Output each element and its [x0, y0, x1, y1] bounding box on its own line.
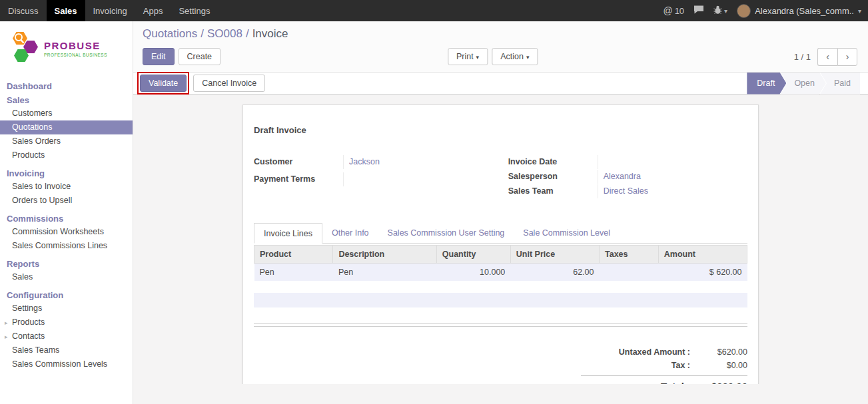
cell-quantity: 10.000	[436, 264, 510, 282]
debug-menu[interactable]: ▾	[713, 5, 727, 16]
sidebar-item-label: Contacts	[12, 331, 45, 341]
table-row[interactable]: Pen Pen 10.000 62.00 $ 620.00	[254, 264, 747, 282]
control-buttons-row: Edit Create Print▾ Action▾ 1 / 1 ‹ ›	[143, 47, 857, 66]
sidebar: PROBUSE PROFESSIONAL BUSINESS Dashboard …	[0, 21, 133, 404]
sidebar-item-orders-to-upsell[interactable]: Orders to Upsell	[0, 194, 133, 208]
action-button[interactable]: Action▾	[492, 48, 538, 65]
action-label: Action	[500, 52, 524, 61]
sales-team-label: Sales Team	[508, 184, 598, 198]
sidebar-item-sales-orders[interactable]: Sales Orders	[0, 134, 133, 148]
col-quantity: Quantity	[436, 246, 510, 264]
sidebar-item-products[interactable]: Products	[0, 148, 133, 162]
cell-unit-price: 62.00	[510, 264, 599, 282]
cell-description: Pen	[333, 264, 436, 282]
sidebar-item-sales-teams[interactable]: Sales Teams	[0, 343, 133, 357]
topbar-right: @ 10 ▾ Alexandra (Sales_comm.. ▾	[663, 0, 868, 21]
status-paid[interactable]: Paid	[820, 73, 860, 95]
tax-row: Tax : $0.00	[581, 359, 747, 372]
activities-count: 10	[675, 6, 684, 16]
caret-down-icon: ▾	[724, 7, 727, 15]
user-name: Alexandra (Sales_comm..	[755, 6, 854, 16]
sidebar-item-commission-worksheets[interactable]: Commission Worksheets	[0, 225, 133, 239]
status-open[interactable]: Open	[780, 73, 826, 95]
edit-button[interactable]: Edit	[143, 48, 175, 65]
messages-menu[interactable]	[693, 5, 704, 16]
nav-item-sales[interactable]: Sales	[47, 0, 85, 21]
sidebar-item-config-contacts[interactable]: ▸ Contacts	[0, 329, 133, 343]
validate-button[interactable]: Validate	[140, 75, 187, 92]
nav-item-discuss[interactable]: Discuss	[0, 0, 47, 21]
status-draft[interactable]: Draft	[747, 73, 786, 95]
cancel-invoice-button[interactable]: Cancel Invoice	[193, 75, 265, 92]
main-content: Quotations/SO008/Invoice Edit Create Pri…	[133, 21, 868, 404]
caret-down-icon: ▾	[526, 54, 530, 61]
avatar	[737, 4, 751, 18]
bug-icon	[713, 5, 722, 16]
pager-prev-button[interactable]: ‹	[817, 48, 837, 66]
sidebar-heading-configuration[interactable]: Configuration	[0, 288, 133, 302]
nav-item-invoicing[interactable]: Invoicing	[85, 0, 135, 21]
nav-item-settings[interactable]: Settings	[171, 0, 218, 21]
sidebar-item-reports-sales[interactable]: Sales	[0, 270, 133, 284]
pager-next-button[interactable]: ›	[837, 48, 857, 66]
sales-team-value[interactable]: Direct Sales	[598, 184, 747, 198]
cell-taxes	[599, 264, 658, 282]
logo-title: PROBUSE	[44, 40, 107, 51]
sidebar-item-sales-commissions-lines[interactable]: Sales Commissions Lines	[0, 239, 133, 253]
sidebar-item-config-products[interactable]: ▸ Products	[0, 315, 133, 329]
user-menu[interactable]: Alexandra (Sales_comm.. ▾	[737, 4, 861, 18]
sidebar-heading-dashboard[interactable]: Dashboard	[0, 79, 133, 93]
untaxed-amount-row: Untaxed Amount : $620.00	[581, 345, 747, 359]
col-unit-price: Unit Price	[510, 246, 599, 264]
sidebar-item-quotations[interactable]: Quotations	[0, 120, 133, 134]
field-salesperson: Salesperson Alexandra	[508, 170, 747, 184]
untaxed-amount-value: $620.00	[699, 347, 747, 357]
payment-terms-label: Payment Terms	[254, 172, 343, 186]
status-pipeline: Draft Open Paid	[747, 73, 860, 95]
breadcrumb-separator: /	[201, 27, 204, 40]
create-button[interactable]: Create	[179, 48, 221, 65]
chat-icon	[693, 5, 704, 16]
invoice-lines-table: Product Description Quantity Unit Price …	[254, 245, 747, 281]
top-navbar: Discuss Sales Invoicing Apps Settings @ …	[0, 0, 868, 21]
breadcrumb-quotations[interactable]: Quotations	[143, 27, 197, 40]
print-button[interactable]: Print▾	[448, 48, 488, 65]
sidebar-heading-invoicing[interactable]: Invoicing	[0, 166, 133, 180]
tab-other-info[interactable]: Other Info	[322, 223, 378, 244]
app-menu: Discuss Sales Invoicing Apps Settings	[0, 0, 218, 21]
control-panel: Quotations/SO008/Invoice Edit Create Pri…	[133, 21, 868, 72]
activities-menu[interactable]: @ 10	[663, 5, 684, 16]
tab-invoice-lines[interactable]: Invoice Lines	[254, 223, 322, 244]
sidebar-item-sales-to-invoice[interactable]: Sales to Invoice	[0, 180, 133, 194]
salesperson-value[interactable]: Alexandra	[598, 170, 747, 184]
total-value: $620.00	[699, 381, 747, 384]
sidebar-item-sales-commission-levels[interactable]: Sales Commission Levels	[0, 357, 133, 371]
breadcrumb: Quotations/SO008/Invoice	[143, 27, 857, 41]
sidebar-heading-commissions[interactable]: Commissions	[0, 211, 133, 225]
breadcrumb-so008[interactable]: SO008	[207, 27, 242, 40]
nav-item-apps[interactable]: Apps	[135, 0, 171, 21]
tab-sale-commission-level[interactable]: Sale Commission Level	[514, 223, 620, 244]
field-customer: Customer Jackson	[254, 155, 493, 169]
app-logo: PROBUSE PROFESSIONAL BUSINESS	[0, 21, 133, 79]
invoice-sheet: Draft Invoice Customer Jackson Payment T…	[242, 104, 759, 384]
customer-value[interactable]: Jackson	[343, 155, 493, 169]
sidebar-item-customers[interactable]: Customers	[0, 106, 133, 120]
tab-sales-commission-user-setting[interactable]: Sales Commission User Setting	[378, 223, 514, 244]
print-label: Print	[456, 52, 474, 61]
expand-arrow-icon: ▸	[5, 332, 8, 341]
invoice-date-value	[598, 155, 747, 169]
col-amount: Amount	[658, 246, 747, 264]
field-groups: Customer Jackson Payment Terms Invoice D…	[254, 155, 747, 199]
cell-amount: $ 620.00	[658, 264, 747, 282]
sidebar-heading-sales[interactable]: Sales	[0, 93, 133, 106]
field-invoice-date: Invoice Date	[508, 155, 747, 169]
breadcrumb-current: Invoice	[252, 27, 288, 40]
sidebar-item-settings[interactable]: Settings	[0, 302, 133, 315]
tax-value: $0.00	[699, 361, 747, 370]
tax-label: Tax :	[581, 361, 699, 370]
field-payment-terms: Payment Terms	[254, 172, 493, 186]
breadcrumb-separator: /	[246, 27, 249, 40]
notebook-tabs: Invoice Lines Other Info Sales Commissio…	[254, 223, 747, 244]
sidebar-heading-reports[interactable]: Reports	[0, 256, 133, 270]
